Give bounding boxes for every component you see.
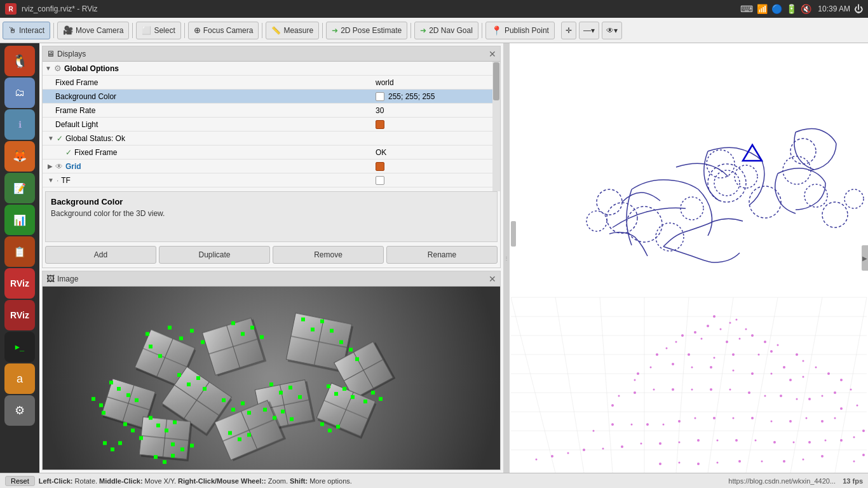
grid-eye-icon: 👁 — [55, 162, 63, 171]
svg-point-88 — [631, 424, 633, 426]
remove-button[interactable]: Remove — [273, 246, 384, 264]
default-light-row[interactable]: Default Light — [43, 118, 500, 132]
image-panel-titlebar: 🖼 Image ✕ — [43, 271, 500, 287]
svg-point-120 — [853, 461, 855, 463]
settings-icon-app[interactable]: ⚙ — [4, 395, 35, 426]
tf-checkbox[interactable] — [376, 176, 384, 185]
status-check-icon: ✓ — [57, 134, 63, 143]
text-editor-icon[interactable]: 📝 — [4, 173, 35, 203]
fixed-frame2-row[interactable]: ✓ Fixed Frame OK — [43, 146, 500, 159]
reset-button[interactable]: Reset — [5, 476, 35, 486]
svg-point-105 — [621, 445, 623, 448]
tf-row[interactable]: ▼ · TF — [43, 173, 500, 187]
svg-point-67 — [710, 388, 712, 391]
svg-point-114 — [761, 461, 763, 463]
add-crosshair-button[interactable]: ✛ — [561, 22, 576, 39]
minus-button[interactable]: —▾ — [579, 22, 599, 39]
interact-button[interactable]: 🖱 Interact — [3, 22, 50, 39]
statusbar-url: https://blog.csdn.net/wkxin_4420... — [728, 477, 836, 485]
nav-goal-button[interactable]: ➜ 2D Nav Goal — [414, 22, 478, 39]
focus-camera-icon: ⊕ — [194, 25, 201, 35]
svg-point-38 — [688, 353, 690, 356]
3d-view[interactable]: ▶ — [510, 43, 868, 473]
fixed-frame-row[interactable]: Fixed Frame world — [43, 76, 500, 90]
ubuntu-launcher-icon[interactable]: 🐧 — [4, 46, 35, 76]
presentation-icon[interactable]: 📋 — [4, 236, 35, 267]
add-button[interactable]: Add — [45, 246, 156, 264]
svg-point-98 — [755, 440, 757, 442]
svg-point-47 — [789, 379, 792, 381]
bg-color-swatch[interactable] — [376, 92, 384, 101]
svg-point-116 — [717, 462, 719, 464]
grid-checkbox[interactable] — [376, 162, 384, 171]
measure-icon: 📏 — [271, 26, 281, 35]
svg-point-51 — [710, 366, 712, 369]
grid-row[interactable]: ▶ 👁 Grid — [43, 159, 500, 173]
svg-point-42 — [803, 360, 804, 362]
image-close-button[interactable]: ✕ — [489, 274, 496, 283]
svg-point-71 — [634, 391, 636, 394]
move-camera-button[interactable]: 🎥 Move Camera — [57, 22, 129, 39]
default-light-checkbox[interactable] — [376, 120, 384, 129]
toolbar-extras: ✛ —▾ 👁▾ — [561, 22, 622, 39]
svg-point-99 — [735, 439, 738, 442]
tf-expand-arrow: ▼ — [48, 177, 54, 184]
firefox-icon[interactable]: 🦊 — [4, 141, 35, 172]
file-manager-icon[interactable]: 🗂 — [4, 78, 35, 108]
svg-point-79 — [789, 420, 792, 423]
resize-icon: ⋮ — [504, 255, 509, 261]
displays-panel: 🖥 Displays ✕ ▼ ⚙ Global Options — [42, 46, 501, 268]
svg-point-90 — [593, 430, 595, 432]
fixed-frame2-label: Fixed Frame — [74, 148, 117, 157]
svg-point-43 — [783, 366, 785, 369]
global-options-row[interactable]: ▼ ⚙ Global Options — [43, 62, 500, 76]
bluetooth-icon: 🔵 — [771, 4, 782, 14]
svg-point-96 — [793, 442, 795, 444]
svg-point-25 — [745, 329, 747, 330]
svg-point-94 — [825, 440, 827, 442]
info-icon[interactable]: ℹ — [4, 109, 35, 140]
measure-button[interactable]: 📏 Measure — [266, 22, 319, 39]
eye-button[interactable]: 👁▾ — [602, 22, 622, 39]
clock: 10:39 AM — [818, 4, 850, 13]
amazon-icon[interactable]: a — [4, 363, 35, 394]
terminal-icon[interactable]: ▶_ — [4, 332, 35, 362]
displays-close-button[interactable]: ✕ — [489, 50, 496, 58]
statusbar-left: Reset Left-Click: Rotate. Middle-Click: … — [5, 476, 352, 486]
svg-point-118 — [679, 462, 681, 464]
description-text: Background color for the 3D view. — [51, 209, 492, 218]
svg-point-107 — [583, 449, 585, 451]
default-light-label: Default Light — [55, 120, 98, 129]
duplicate-button[interactable]: Duplicate — [159, 246, 270, 264]
pose-estimate-button[interactable]: ➜ 2D Pose Estimate — [326, 22, 407, 39]
right-edge-arrow[interactable]: ▶ — [862, 245, 868, 271]
svg-point-39 — [666, 348, 668, 349]
displays-scrollbar-thumb[interactable] — [493, 62, 499, 100]
svg-point-110 — [536, 459, 538, 461]
rviz2-icon[interactable]: RViz — [4, 300, 35, 330]
rename-button[interactable]: Rename — [386, 246, 498, 264]
svg-point-119 — [659, 463, 661, 465]
publish-point-icon: 📍 — [491, 25, 502, 36]
svg-point-65 — [748, 391, 750, 394]
displays-scrollbar[interactable] — [492, 62, 500, 191]
interact-icon: 🖱 — [8, 25, 17, 35]
svg-point-103 — [659, 442, 661, 445]
display-buttons-row: Add Duplicate Remove Rename — [43, 242, 500, 268]
separator-3 — [184, 23, 185, 38]
svg-point-30 — [681, 334, 684, 337]
frame-rate-row[interactable]: Frame Rate 30 — [43, 104, 500, 118]
panel-resize-handle[interactable]: ⋮ — [503, 43, 510, 473]
spreadsheet-icon[interactable]: 📊 — [4, 205, 35, 235]
select-button[interactable]: ⬜ Select — [136, 22, 180, 39]
publish-point-button[interactable]: 📍 Publish Point — [485, 22, 555, 39]
rviz1-icon[interactable]: RViz — [4, 268, 35, 299]
svg-point-68 — [691, 389, 693, 391]
global-status-row[interactable]: ▼ ✓ Global Status: Ok — [43, 132, 500, 146]
background-color-row[interactable]: Background Color 255; 255; 255 — [43, 90, 500, 104]
svg-point-115 — [738, 460, 741, 463]
focus-camera-button[interactable]: ⊕ Focus Camera — [188, 22, 259, 39]
power-icon: ⏻ — [854, 4, 863, 14]
displays-table[interactable]: ▼ ⚙ Global Options Fixed Frame world — [43, 62, 500, 191]
svg-point-40 — [656, 353, 658, 356]
